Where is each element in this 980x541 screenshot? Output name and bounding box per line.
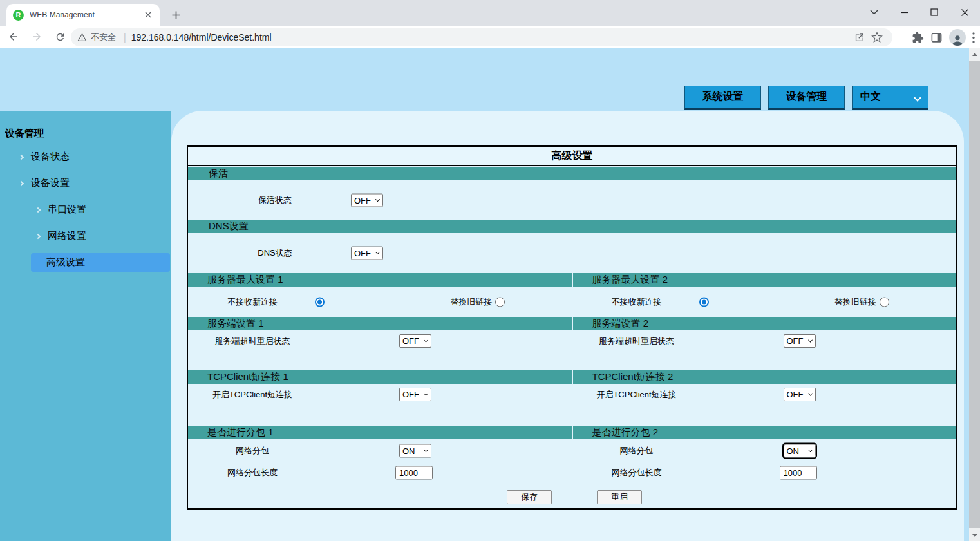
page-title: 高级设置 xyxy=(188,147,956,166)
packet-mode-select-1[interactable]: ON xyxy=(399,444,431,458)
replace-old-link-label: 替换旧链接 xyxy=(407,296,536,308)
language-value: 中文 xyxy=(860,90,881,104)
security-label[interactable]: 不安全 xyxy=(91,32,116,43)
server-timeout-label: 服务端超时重启状态 xyxy=(188,336,317,347)
packet-mode-label: 网络分包 xyxy=(572,445,701,457)
spacer xyxy=(188,484,956,490)
keepalive-status-select[interactable]: OFF xyxy=(351,193,383,207)
sidebar-item-label: 设备状态 xyxy=(31,151,70,163)
restart-button[interactable]: 重启 xyxy=(597,490,642,504)
system-settings-button[interactable]: 系统设置 xyxy=(684,86,761,110)
url-text[interactable]: 192.168.0.148/html/DeviceSet.html xyxy=(131,32,850,43)
chevron-down-icon xyxy=(807,448,812,452)
packet-length-label: 网络分包长度 xyxy=(572,467,701,479)
sidebar-item-device-status[interactable]: 设备状态 xyxy=(0,147,171,166)
server-timeout-select-1[interactable]: OFF xyxy=(399,334,431,348)
not-secure-warning-icon[interactable] xyxy=(77,33,87,42)
window-minimize-button[interactable] xyxy=(898,6,910,19)
sidebar-item-advanced-settings[interactable]: 高级设置 xyxy=(31,253,170,272)
scrollbar-thumb[interactable] xyxy=(969,61,980,528)
chevron-down-icon xyxy=(424,338,428,343)
sidebar-item-network-settings[interactable]: 网络设置 xyxy=(0,227,171,245)
select-value: OFF xyxy=(402,390,419,399)
omnibox-divider: | xyxy=(124,32,126,43)
section-header-server-side-2: 服务端设置 2 xyxy=(573,317,957,330)
replace-old-link-radio-1[interactable] xyxy=(495,297,505,307)
browser-tab[interactable]: R WEB Management xyxy=(6,4,160,26)
packet-length-2-row: 网络分包长度 xyxy=(572,462,957,484)
select-value: OFF xyxy=(787,336,804,346)
server-max-2-row: 不接收新连接 替换旧链接 xyxy=(572,287,957,316)
chevron-down-icon xyxy=(914,94,921,101)
sidebar: 设备管理 设备状态 设备设置 串口设置 网络设置 高级设置 xyxy=(0,111,171,541)
keepalive-status-label: 保活状态 xyxy=(227,195,323,206)
scroll-down-icon[interactable] xyxy=(969,530,980,541)
packet-mode-2-row: 网络分包 ON xyxy=(572,440,957,462)
sidebar-item-label: 高级设置 xyxy=(46,256,85,269)
window-maximize-button[interactable] xyxy=(928,6,941,19)
select-value: OFF xyxy=(402,336,419,346)
section-header-tcpclient-1: TCPClient短连接 1 xyxy=(188,370,572,384)
tcpclient-select-1[interactable]: OFF xyxy=(399,388,431,401)
select-value: ON xyxy=(787,446,800,456)
profile-avatar[interactable] xyxy=(949,29,966,46)
replace-old-link-label: 替换旧链接 xyxy=(791,296,920,308)
web-page: 系统设置 设备管理 中文 设备管理 设备状态 设备设置 串口设置 网络设置 高级… xyxy=(0,48,980,541)
tab-search-chevron-icon[interactable] xyxy=(867,6,880,19)
select-value: OFF xyxy=(787,390,804,399)
server-timeout-1-row: 服务端超时重启状态 OFF xyxy=(188,331,572,370)
server-timeout-select-2[interactable]: OFF xyxy=(784,334,816,348)
keepalive-row: 保活状态 OFF xyxy=(188,181,956,219)
packet-mode-1-row: 网络分包 ON xyxy=(188,440,572,462)
section-header-server-side-1: 服务端设置 1 xyxy=(188,317,572,330)
section-header-server-max-2: 服务器最大设置 2 xyxy=(573,273,957,287)
side-panel-icon[interactable] xyxy=(930,32,943,44)
sidebar-item-device-settings[interactable]: 设备设置 xyxy=(0,174,171,193)
no-new-connection-radio-2[interactable] xyxy=(699,297,709,307)
forward-icon[interactable] xyxy=(27,27,46,46)
no-new-connection-label: 不接收新连接 xyxy=(572,296,701,308)
chevron-down-icon xyxy=(375,197,380,202)
section-header-tcpclient-2: TCPClient短连接 2 xyxy=(573,370,957,384)
vertical-scrollbar[interactable] xyxy=(969,48,980,541)
section-header-dns: DNS设置 xyxy=(188,220,956,233)
browser-toolbar: 不安全 | 192.168.0.148/html/DeviceSet.html xyxy=(0,26,980,48)
tab-title: WEB Management xyxy=(30,10,143,19)
no-new-connection-radio-1[interactable] xyxy=(315,297,325,307)
chevron-down-icon xyxy=(424,392,428,396)
packet-length-input-1[interactable] xyxy=(395,466,433,480)
share-icon[interactable] xyxy=(850,28,868,46)
tab-close-icon[interactable] xyxy=(143,10,153,20)
back-icon[interactable] xyxy=(4,27,23,46)
sidebar-title: 设备管理 xyxy=(0,111,171,140)
section-header-keepalive: 保活 xyxy=(188,167,956,180)
menu-dots-icon[interactable] xyxy=(972,32,975,43)
sidebar-item-label: 网络设置 xyxy=(48,230,86,242)
section-header-packet-2: 是否进行分包 2 xyxy=(573,426,957,439)
packet-mode-select-2[interactable]: ON xyxy=(784,444,816,458)
dns-status-label: DNS状态 xyxy=(227,247,323,259)
arrow-bullet-icon xyxy=(35,233,41,238)
server-max-1-row: 不接收新连接 替换旧链接 xyxy=(188,287,572,316)
no-new-connection-label: 不接收新连接 xyxy=(188,296,317,308)
sidebar-item-serial-settings[interactable]: 串口设置 xyxy=(0,200,171,219)
window-close-button[interactable] xyxy=(958,6,971,19)
server-timeout-label: 服务端超时重启状态 xyxy=(572,336,701,347)
new-tab-button[interactable] xyxy=(167,6,184,23)
device-management-button[interactable]: 设备管理 xyxy=(768,86,845,110)
bookmark-star-icon[interactable] xyxy=(868,28,886,46)
replace-old-link-radio-2[interactable] xyxy=(880,297,889,307)
arrow-bullet-icon xyxy=(19,154,24,159)
tcpclient-select-2[interactable]: OFF xyxy=(784,388,816,401)
sidebar-item-label: 串口设置 xyxy=(48,204,86,216)
save-button[interactable]: 保存 xyxy=(507,490,552,504)
address-bar[interactable]: 不安全 | 192.168.0.148/html/DeviceSet.html xyxy=(71,28,892,46)
dns-status-select[interactable]: OFF xyxy=(351,247,383,260)
packet-length-input-2[interactable] xyxy=(780,466,817,480)
reload-icon[interactable] xyxy=(50,27,70,46)
arrow-bullet-icon xyxy=(35,207,41,212)
scroll-up-icon[interactable] xyxy=(969,49,980,60)
extensions-puzzle-icon[interactable] xyxy=(912,32,924,44)
language-select[interactable]: 中文 xyxy=(852,86,928,110)
tab-strip: R WEB Management xyxy=(0,0,980,26)
